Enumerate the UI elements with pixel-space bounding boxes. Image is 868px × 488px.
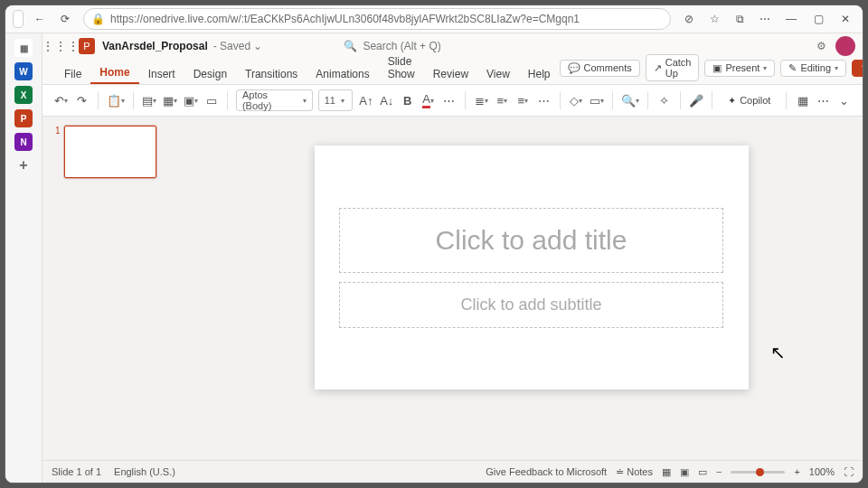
add-app-icon[interactable]: +: [14, 156, 33, 174]
tab-home[interactable]: Home: [90, 62, 138, 84]
ribbon-toolbar: ↶▾ ↷ 📋▾ ▤▾ ▦▾ ▣▾ ▭ Aptos (Body)▾ 11▾ A↑ …: [42, 85, 863, 117]
comments-icon: 💬: [568, 62, 580, 74]
refresh-icon[interactable]: ⟳: [52, 6, 78, 32]
separator: [98, 91, 99, 109]
chevron-down-icon: ▾: [303, 97, 307, 105]
onenote-icon[interactable]: N: [14, 133, 33, 151]
slide-canvas[interactable]: Click to add title Click to add subtitle: [315, 145, 749, 389]
chevron-down-icon: ▾: [763, 64, 767, 72]
comments-button[interactable]: 💬Comments: [560, 60, 640, 77]
share-button[interactable]: ⇪Share▾: [852, 60, 863, 77]
font-color-icon[interactable]: A▾: [420, 90, 436, 110]
align-icon[interactable]: ≡▾: [515, 90, 531, 110]
increase-font-icon[interactable]: A↑: [358, 90, 373, 110]
normal-view-icon[interactable]: ▦: [662, 466, 671, 478]
home-icon[interactable]: ▦: [14, 39, 33, 57]
subtitle-placeholder[interactable]: Click to add subtitle: [339, 282, 723, 328]
bullets-icon[interactable]: ≣▾: [474, 90, 489, 110]
redo-icon[interactable]: ↷: [74, 90, 90, 110]
close-icon[interactable]: ✕: [832, 6, 859, 32]
tab-insert[interactable]: Insert: [139, 64, 184, 84]
thumbnail-index: 1: [55, 126, 61, 178]
workspace: 1 Click to add title Click to add subtit…: [42, 117, 863, 460]
address-bar[interactable]: 🔒 https://onedrive.live.com/w/:t/EaCKkPs…: [83, 8, 671, 30]
status-bar: Slide 1 of 1 English (U.S.) Give Feedbac…: [42, 460, 863, 483]
find-icon[interactable]: 🔍▾: [621, 90, 639, 110]
feedback-link[interactable]: Give Feedback to Microsoft: [486, 466, 607, 477]
word-icon[interactable]: W: [14, 62, 33, 80]
chevron-down-icon: ▾: [341, 97, 344, 105]
tab-slideshow[interactable]: Slide Show: [379, 52, 424, 84]
more-font-icon[interactable]: ⋯: [441, 90, 457, 110]
font-selector[interactable]: Aptos (Body)▾: [236, 89, 313, 111]
dictate-icon[interactable]: 🎤: [688, 90, 703, 110]
ribbon-tabs: File Home Insert Design Transitions Anim…: [42, 59, 863, 85]
ribbon-more-icon[interactable]: ⋯: [816, 90, 831, 110]
tab-review[interactable]: Review: [424, 64, 477, 84]
new-slide-icon[interactable]: ▤▾: [141, 90, 156, 110]
bold-icon[interactable]: B: [400, 90, 415, 110]
file-name[interactable]: VanArsdel_Proposal: [102, 40, 208, 52]
read-aloud-icon[interactable]: ⊘: [676, 6, 702, 32]
file-app-icon: P: [79, 38, 95, 54]
tab-design[interactable]: Design: [184, 64, 236, 84]
language-status[interactable]: English (U.S.): [114, 466, 175, 477]
zoom-thumb[interactable]: [756, 468, 764, 476]
tab-help[interactable]: Help: [519, 64, 560, 84]
notes-button[interactable]: ≐ Notes: [616, 466, 653, 478]
slide-counter[interactable]: Slide 1 of 1: [52, 466, 101, 477]
browser-menu-icon[interactable]: ⋯: [752, 6, 778, 32]
app-launcher-icon[interactable]: ⋮⋮⋮: [50, 35, 71, 57]
excel-icon[interactable]: X: [14, 86, 33, 104]
powerpoint-icon[interactable]: P: [14, 109, 33, 127]
undo-icon[interactable]: ↶▾: [53, 90, 69, 110]
editing-button[interactable]: ✎Editing▾: [780, 60, 846, 77]
browser-tab[interactable]: [13, 10, 24, 28]
user-avatar[interactable]: [835, 36, 855, 56]
reset-icon[interactable]: ▣▾: [183, 90, 198, 110]
url-text: https://onedrive.live.com/w/:t/EaCKkPs6A…: [110, 13, 580, 25]
tab-view[interactable]: View: [477, 64, 519, 84]
slide-thumbnail[interactable]: [64, 126, 156, 178]
zoom-slider[interactable]: [731, 471, 785, 474]
sorter-view-icon[interactable]: ▣: [680, 466, 689, 478]
slide-canvas-area[interactable]: Click to add title Click to add subtitle: [200, 117, 863, 460]
collapse-ribbon-icon[interactable]: ⌄: [836, 90, 852, 110]
settings-icon[interactable]: ⚙: [816, 40, 826, 52]
zoom-out-icon[interactable]: −: [716, 466, 722, 477]
search-box[interactable]: 🔍 Search (Alt + Q): [344, 40, 440, 52]
fit-window-icon[interactable]: ⛶: [844, 466, 854, 477]
font-size-selector[interactable]: 11▾: [318, 89, 354, 111]
paste-icon[interactable]: 📋▾: [107, 90, 125, 110]
tab-animations[interactable]: Animations: [307, 64, 378, 84]
reading-view-icon[interactable]: ▭: [698, 466, 707, 478]
numbering-icon[interactable]: ≡▾: [495, 90, 510, 110]
copilot-button[interactable]: ✦Copilot: [721, 93, 778, 108]
layout-icon[interactable]: ▦▾: [162, 90, 177, 110]
zoom-in-icon[interactable]: +: [794, 466, 799, 477]
present-button[interactable]: ▣Present▾: [704, 60, 775, 77]
separator: [612, 91, 613, 109]
maximize-icon[interactable]: ▢: [805, 6, 832, 32]
decrease-font-icon[interactable]: A↓: [379, 90, 394, 110]
more-para-icon[interactable]: ⋯: [536, 90, 552, 110]
search-placeholder: Search (Alt + Q): [363, 40, 440, 52]
separator: [786, 91, 787, 109]
tab-transitions[interactable]: Transitions: [236, 64, 307, 84]
tab-file[interactable]: File: [55, 64, 90, 84]
arrange-icon[interactable]: ▭▾: [589, 90, 604, 110]
favorite-icon[interactable]: ☆: [702, 6, 727, 32]
catchup-icon: ↗: [654, 62, 662, 74]
shapes-icon[interactable]: ◇▾: [568, 90, 583, 110]
zoom-level[interactable]: 100%: [809, 466, 835, 477]
back-icon[interactable]: ←: [27, 6, 52, 32]
collections-icon[interactable]: ⧉: [727, 6, 752, 32]
catchup-button[interactable]: ↗Catch Up: [646, 54, 700, 81]
title-placeholder[interactable]: Click to add title: [339, 208, 723, 273]
minimize-icon[interactable]: —: [778, 6, 805, 32]
save-status[interactable]: - Saved ⌄: [213, 40, 263, 52]
section-icon[interactable]: ▭: [203, 90, 219, 110]
addins-icon[interactable]: ▦: [795, 90, 810, 110]
separator: [227, 91, 228, 109]
designer-icon[interactable]: ✧: [656, 90, 672, 110]
